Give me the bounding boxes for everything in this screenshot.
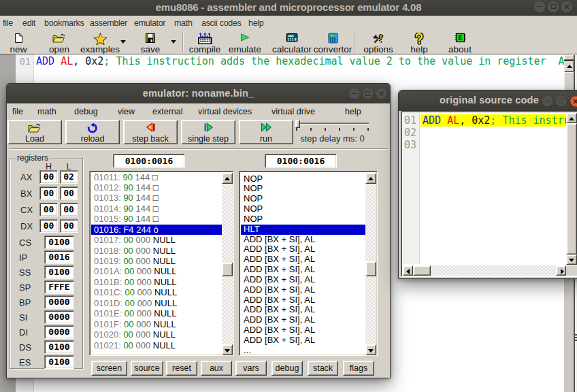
register-value[interactable]: 0000 bbox=[44, 295, 74, 309]
debug-button[interactable]: debug bbox=[271, 361, 303, 376]
scroll-up-button[interactable] bbox=[365, 173, 376, 184]
disasm-row[interactable]: NOP bbox=[241, 184, 366, 194]
step-delay-slider-thumb[interactable] bbox=[295, 120, 300, 128]
disasm-row[interactable]: ADD [BX + SI], AL bbox=[241, 325, 366, 336]
main-minimize-button[interactable] bbox=[534, 1, 545, 12]
emulator-menu-item[interactable]: virtual drive bbox=[271, 103, 315, 119]
disasm-row[interactable]: ADD [BX + SI], AL bbox=[241, 265, 366, 275]
disasm-row[interactable]: NOP bbox=[241, 174, 366, 184]
memory-row[interactable]: 01015: 90 144 □ bbox=[91, 214, 222, 224]
memory-row[interactable]: 0101A: 00 000 NULL bbox=[91, 266, 222, 276]
memory-row[interactable]: 01011: 90 144 □ bbox=[91, 172, 222, 182]
register-value[interactable]: 0100 bbox=[44, 355, 74, 369]
single-step-button[interactable]: single step bbox=[181, 120, 235, 144]
disasm-row[interactable]: ADD [BX + SI], AL bbox=[241, 255, 366, 265]
register-value-h[interactable]: 00 bbox=[39, 203, 58, 216]
disasm-row[interactable]: NOP bbox=[241, 194, 366, 204]
emulator-menu-item[interactable]: math bbox=[37, 103, 56, 119]
register-value-l[interactable]: 02 bbox=[60, 170, 78, 184]
save-dropdown-arrow[interactable] bbox=[171, 40, 176, 44]
scroll-down-button[interactable] bbox=[365, 344, 376, 355]
register-value-h[interactable]: 00 bbox=[39, 170, 58, 184]
toolbar-examples-button[interactable]: examples bbox=[77, 32, 123, 54]
memory-row[interactable]: 01020: 00 000 NULL bbox=[91, 329, 222, 340]
main-menu-item[interactable]: help bbox=[248, 16, 263, 31]
disasm-address-field[interactable]: 0100:0016 bbox=[265, 154, 337, 168]
scrollbar-thumb[interactable] bbox=[566, 123, 577, 255]
main-close-button[interactable] bbox=[561, 1, 572, 12]
load-button[interactable]: Load bbox=[7, 120, 62, 144]
register-value-h[interactable]: 00 bbox=[39, 186, 58, 200]
memory-list[interactable]: 01011: 90 144 □01012: 90 144 □01013: 90 … bbox=[89, 171, 234, 356]
aux-button[interactable]: aux bbox=[201, 361, 232, 376]
emulator-maximize-button[interactable] bbox=[363, 88, 373, 99]
memory-row[interactable]: 0101E: 00 000 NULL bbox=[91, 308, 222, 318]
memory-row[interactable]: 01013: 90 144 □ bbox=[91, 193, 222, 203]
source-button[interactable]: source bbox=[131, 361, 163, 376]
disasm-row[interactable]: ... bbox=[241, 346, 366, 356]
toolbar-new-button[interactable]: new bbox=[5, 32, 32, 54]
reset-button[interactable]: reset bbox=[166, 361, 197, 376]
main-menu-item[interactable]: edit bbox=[22, 16, 35, 31]
toolbar-options-button[interactable]: options bbox=[359, 32, 397, 54]
memory-row[interactable]: 01014: 90 144 □ bbox=[91, 203, 222, 214]
flags-button[interactable]: flags bbox=[343, 361, 374, 376]
scroll-right-button[interactable] bbox=[556, 265, 566, 276]
disasm-row[interactable]: ADD [BX + SI], AL bbox=[241, 305, 366, 315]
stack-button[interactable]: stack bbox=[308, 361, 338, 376]
emulator-menu-item[interactable]: debug bbox=[74, 103, 98, 119]
scroll-left-button[interactable] bbox=[403, 265, 413, 276]
disasm-row[interactable]: NOP bbox=[241, 214, 366, 225]
main-menu-item[interactable]: assembler bbox=[90, 16, 127, 31]
examples-dropdown-arrow[interactable] bbox=[120, 40, 126, 44]
memory-row[interactable]: 01016: F4 244 ô bbox=[91, 225, 222, 235]
scrollbar-thumb[interactable] bbox=[365, 261, 376, 276]
toolbar-emulate-button[interactable]: emulate bbox=[225, 32, 265, 54]
source-vscrollbar[interactable] bbox=[566, 113, 577, 265]
memory-row[interactable]: 0101D: 00 000 NULL bbox=[91, 298, 222, 308]
disasm-scrollbar[interactable] bbox=[365, 173, 376, 355]
toolbar-save-button[interactable]: save bbox=[136, 32, 165, 54]
toolbar-about-button[interactable]: E about bbox=[444, 32, 476, 54]
disasm-row[interactable]: ADD [BX + SI], AL bbox=[241, 235, 366, 245]
disasm-row[interactable]: HLT bbox=[241, 225, 366, 235]
scrollbar-thumb[interactable] bbox=[222, 263, 233, 276]
main-menu-item[interactable]: bookmarks bbox=[44, 16, 84, 31]
editor-scrollbar-thumb[interactable] bbox=[564, 72, 574, 91]
source-edit-area[interactable]: 010203 ADD AL, 0x2; This instruction add… bbox=[401, 111, 577, 277]
register-value[interactable]: 0000 bbox=[44, 310, 74, 324]
scroll-up-button[interactable] bbox=[566, 113, 577, 123]
emulator-close-button[interactable] bbox=[376, 88, 386, 99]
emulator-titlebar[interactable]: emulator: noname.bin_ bbox=[7, 84, 390, 103]
main-maximize-button[interactable] bbox=[548, 1, 559, 12]
toolbar-help-button[interactable]: help bbox=[407, 32, 431, 54]
main-menu-item[interactable]: emulator bbox=[134, 16, 165, 31]
register-value-l[interactable]: 00 bbox=[60, 219, 78, 233]
source-hscrollbar[interactable] bbox=[403, 265, 566, 276]
main-menu-item[interactable]: ascii codes bbox=[201, 16, 242, 31]
memory-row[interactable]: 0101C: 00 000 NULL bbox=[91, 287, 222, 297]
main-menu-item[interactable]: file bbox=[3, 16, 13, 31]
disasm-row[interactable]: ADD [BX + SI], AL bbox=[241, 285, 366, 295]
toolbar-compile-button[interactable]: compile bbox=[186, 32, 223, 54]
disasm-row[interactable]: ADD [BX + SI], AL bbox=[241, 336, 366, 346]
memory-row[interactable]: 01012: 90 144 □ bbox=[91, 182, 222, 193]
step-back-button[interactable]: step back bbox=[123, 120, 178, 144]
source-maximize-button[interactable] bbox=[556, 96, 566, 106]
vars-button[interactable]: vars bbox=[235, 361, 267, 376]
scrollbar-thumb[interactable] bbox=[413, 265, 431, 276]
scroll-up-button[interactable] bbox=[222, 173, 233, 184]
emulator-menu-item[interactable]: file bbox=[12, 103, 23, 119]
register-value-l[interactable]: 00 bbox=[60, 203, 78, 216]
memory-address-field[interactable]: 0100:0016 bbox=[113, 154, 185, 168]
register-value[interactable]: 0100 bbox=[44, 265, 74, 279]
register-value-h[interactable]: 00 bbox=[39, 219, 58, 233]
main-menu-item[interactable]: math bbox=[174, 16, 193, 31]
memory-row[interactable]: 01021: 00 000 NULL bbox=[91, 340, 222, 350]
register-value[interactable]: 0016 bbox=[44, 250, 74, 264]
step-delay-slider-track[interactable] bbox=[295, 122, 369, 125]
disasm-row[interactable]: ADD [BX + SI], AL bbox=[241, 244, 366, 255]
disasm-row[interactable]: ADD [BX + SI], AL bbox=[241, 275, 366, 285]
register-value[interactable]: FFFE bbox=[44, 280, 74, 294]
reload-button[interactable]: reload bbox=[65, 120, 120, 144]
